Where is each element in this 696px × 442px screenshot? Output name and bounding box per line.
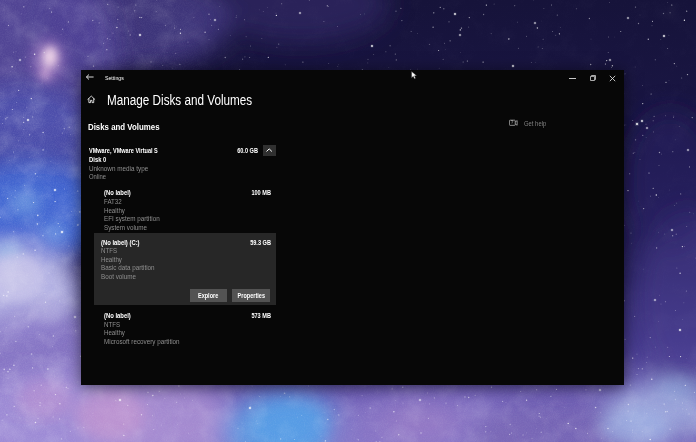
svg-text:?: ? [511,121,514,126]
